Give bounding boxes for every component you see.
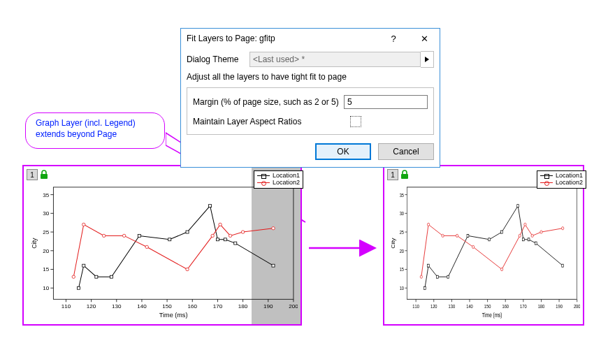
transform-arrow-icon bbox=[309, 238, 379, 259]
chart-plot: 1101201301401501601701801902001015202530… bbox=[390, 182, 580, 320]
svg-rect-106 bbox=[535, 242, 537, 245]
svg-text:170: 170 bbox=[520, 303, 527, 309]
svg-text:City: City bbox=[31, 238, 38, 249]
cancel-button[interactable]: Cancel bbox=[378, 143, 434, 160]
svg-point-109 bbox=[428, 223, 430, 226]
svg-rect-99 bbox=[447, 275, 449, 278]
options-panel: Margin (% of page size, such as 2 or 5) … bbox=[187, 87, 434, 135]
svg-rect-45 bbox=[216, 238, 219, 241]
svg-rect-60 bbox=[401, 174, 408, 179]
theme-menu-button[interactable] bbox=[421, 51, 434, 68]
svg-rect-41 bbox=[138, 234, 140, 237]
svg-rect-37 bbox=[78, 286, 80, 289]
svg-point-56 bbox=[219, 223, 222, 226]
svg-rect-44 bbox=[209, 205, 212, 208]
svg-text:Time (ms): Time (ms) bbox=[159, 312, 188, 319]
svg-rect-47 bbox=[234, 242, 237, 245]
layer-index: 1 bbox=[387, 169, 398, 180]
svg-text:10: 10 bbox=[43, 285, 50, 291]
svg-text:140: 140 bbox=[466, 303, 473, 309]
svg-text:110: 110 bbox=[61, 303, 71, 310]
chart-legend: Location1 Location2 bbox=[254, 170, 303, 189]
svg-text:30: 30 bbox=[43, 210, 50, 217]
svg-point-113 bbox=[501, 268, 503, 270]
lock-icon bbox=[39, 170, 49, 180]
theme-value: <Last used> * bbox=[253, 54, 305, 64]
svg-text:15: 15 bbox=[43, 267, 50, 273]
svg-rect-104 bbox=[522, 238, 524, 241]
close-button[interactable]: ✕ bbox=[409, 29, 440, 48]
chart-legend: Location1 Location2 bbox=[537, 170, 586, 189]
svg-rect-97 bbox=[428, 264, 430, 267]
svg-text:120: 120 bbox=[87, 303, 96, 310]
svg-rect-48 bbox=[272, 264, 275, 267]
svg-rect-2 bbox=[53, 187, 294, 299]
fit-layers-dialog: Fit Layers to Page: gfitp ? ✕ Dialog The… bbox=[180, 28, 440, 168]
svg-text:20: 20 bbox=[400, 248, 404, 254]
svg-text:30: 30 bbox=[400, 210, 404, 216]
svg-text:200: 200 bbox=[289, 303, 298, 310]
svg-text:160: 160 bbox=[502, 303, 509, 309]
svg-rect-46 bbox=[224, 238, 226, 241]
margin-input[interactable] bbox=[344, 95, 428, 109]
svg-rect-61 bbox=[407, 187, 577, 299]
dialog-title: Fit Layers to Page: gfitp bbox=[187, 34, 378, 43]
svg-text:130: 130 bbox=[112, 303, 122, 310]
svg-rect-43 bbox=[186, 231, 189, 233]
svg-text:110: 110 bbox=[412, 303, 419, 309]
svg-text:Time (ms): Time (ms) bbox=[482, 312, 502, 319]
callout-bubble: Graph Layer (incl. Legend) extends beyon… bbox=[25, 112, 165, 149]
legend-item: Location2 bbox=[540, 180, 583, 187]
svg-point-117 bbox=[540, 231, 542, 233]
svg-text:200: 200 bbox=[574, 303, 580, 309]
aspect-checkbox[interactable] bbox=[350, 116, 361, 127]
svg-point-53 bbox=[145, 245, 148, 248]
svg-text:20: 20 bbox=[43, 248, 50, 254]
svg-rect-42 bbox=[168, 238, 171, 241]
svg-point-59 bbox=[272, 227, 275, 230]
lock-icon bbox=[400, 170, 410, 180]
chart-plot: 1101201301401501601701801902001015202530… bbox=[29, 182, 298, 320]
help-button[interactable]: ? bbox=[378, 29, 409, 48]
svg-text:City: City bbox=[391, 238, 396, 248]
dialog-description: Adjust all the layers to have tight fit … bbox=[187, 72, 434, 82]
svg-text:130: 130 bbox=[449, 303, 456, 309]
theme-field[interactable]: <Last used> * bbox=[249, 52, 421, 67]
legend-item: Location2 bbox=[257, 180, 300, 187]
callout-text: Graph Layer (incl. Legend) extends beyon… bbox=[36, 118, 136, 139]
legend-label: Location2 bbox=[556, 180, 583, 187]
svg-rect-39 bbox=[95, 275, 98, 278]
svg-rect-96 bbox=[424, 286, 426, 289]
margin-label: Margin (% of page size, such as 2 or 5) bbox=[193, 97, 344, 107]
svg-text:160: 160 bbox=[188, 303, 198, 310]
ok-button[interactable]: OK bbox=[315, 143, 371, 160]
aspect-label: Maintain Layer Aspect Ratios bbox=[193, 117, 350, 126]
help-icon: ? bbox=[391, 34, 396, 44]
svg-text:180: 180 bbox=[238, 303, 248, 310]
layer-index: 1 bbox=[27, 169, 38, 180]
dialog-titlebar: Fit Layers to Page: gfitp ? ✕ bbox=[181, 29, 440, 48]
svg-rect-107 bbox=[562, 264, 564, 267]
svg-text:150: 150 bbox=[484, 303, 491, 309]
svg-point-58 bbox=[241, 231, 244, 233]
svg-point-108 bbox=[420, 275, 422, 278]
svg-text:35: 35 bbox=[400, 192, 404, 198]
svg-rect-100 bbox=[467, 234, 469, 237]
svg-rect-40 bbox=[110, 275, 113, 278]
svg-point-116 bbox=[531, 234, 533, 237]
svg-rect-102 bbox=[501, 231, 503, 233]
svg-point-50 bbox=[82, 223, 85, 226]
layer-badge: 1 bbox=[27, 169, 49, 180]
close-icon: ✕ bbox=[421, 34, 428, 44]
svg-point-55 bbox=[211, 234, 214, 237]
chart-before: 1 Location1 Location2 110120130140150160… bbox=[22, 165, 302, 326]
svg-point-114 bbox=[519, 234, 521, 237]
svg-text:190: 190 bbox=[263, 303, 273, 310]
svg-text:35: 35 bbox=[43, 192, 50, 198]
triangle-right-icon bbox=[424, 56, 430, 63]
chart-after: 1 Location1 Location2 110120130140150160… bbox=[383, 165, 584, 326]
svg-rect-103 bbox=[517, 205, 519, 208]
svg-point-110 bbox=[442, 234, 444, 237]
svg-rect-101 bbox=[488, 238, 491, 241]
svg-rect-98 bbox=[436, 275, 438, 278]
